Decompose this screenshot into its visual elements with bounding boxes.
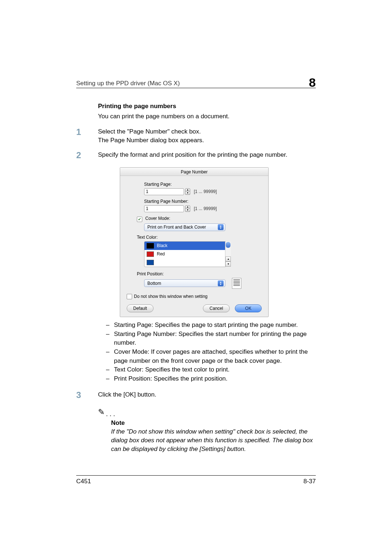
ellipsis-icon: . . . [105,410,115,418]
swatch-icon [147,251,154,257]
step-3: 3 Click the [OK] button. [76,390,316,400]
note-body: If the "Do not show this window when set… [111,427,316,453]
text-color-option-black[interactable]: Black [144,242,226,250]
field-descriptions: –Starting Page: Specifies the page to st… [106,321,316,383]
step-number: 1 [76,127,98,137]
cover-mode-value: Print on Front and Back Cover [147,225,218,230]
starting-page-input[interactable] [144,188,184,195]
footer-right: 8-37 [303,478,316,485]
scroll-up-icon[interactable]: ▴ [225,257,231,262]
option-label: Red [157,251,165,257]
do-not-show-label: Do not show this window when setting [134,294,208,299]
bullet-text: Print Position: Specifies the print posi… [114,374,316,383]
bullet-text: Text Color: Specifies the text color to … [114,365,316,374]
scroll-thumb[interactable] [226,242,230,248]
print-position-value: Bottom [147,281,218,286]
cancel-button[interactable]: Cancel [203,304,230,312]
page-number-dialog: Page Number Starting Page: ▴ ▾ [120,167,269,317]
section-intro: You can print the page numbers on a docu… [98,113,316,120]
swatch-icon [147,243,154,249]
bullet-text: Starting Page: Specifies the page to sta… [114,321,316,330]
page-header: Setting up the PPD driver (Mac OS X) 8 [76,76,316,88]
section-heading: Printing the page numbers [98,103,316,110]
text-color-list[interactable]: Black Red [144,241,226,267]
ok-button[interactable]: OK [235,304,262,312]
bullet-text: Cover Mode: If cover pages are attached,… [114,348,316,365]
stepper-down-icon[interactable]: ▾ [185,192,190,195]
print-position-select[interactable]: Bottom ▲▼ [144,279,225,287]
step-2: 2 Specify the format and print position … [76,151,316,160]
step-text: Specify the format and print position fo… [98,151,316,159]
option-label: Black [157,243,167,248]
list-scrollbar[interactable]: ▴ ▾ [225,242,231,267]
step-number: 2 [76,151,98,160]
starting-page-range: [1 ... 99999] [194,189,217,194]
cover-mode-label: Cover Mode: [145,216,170,221]
step-number: 3 [76,390,98,400]
do-not-show-checkbox[interactable] [127,294,132,299]
dialog-figure: Page Number Starting Page: ▴ ▾ [120,167,316,317]
dropdown-arrows-icon: ▲▼ [218,224,224,230]
print-position-preview-icon [232,278,241,289]
swatch-icon [147,260,154,265]
text-color-option-red[interactable]: Red [144,250,226,258]
note-icon: ✎ [98,407,105,417]
starting-page-label: Starting Page: [144,182,262,187]
starting-page-stepper[interactable]: ▴ ▾ [144,188,190,195]
starting-page-number-range: [1 ... 99999] [194,206,217,211]
default-button[interactable]: Default [127,304,154,312]
starting-page-number-input[interactable] [144,205,184,212]
step-1: 1 Select the "Page Number" check box. Th… [76,127,316,145]
cover-mode-checkbox[interactable] [137,217,142,222]
text-color-option-extra[interactable] [144,258,226,267]
step-text: Click the [OK] button. [98,390,316,399]
note-label: Note [111,419,316,427]
page-footer: C451 8-37 [76,475,316,485]
cover-mode-select[interactable]: Print on Front and Back Cover ▲▼ [144,223,225,231]
bullet-text: Starting Page Number: Specifies the star… [114,330,316,348]
stepper-down-icon[interactable]: ▾ [185,209,190,212]
starting-page-number-label: Starting Page Number: [144,199,262,204]
starting-page-number-stepper[interactable]: ▴ ▾ [144,205,190,212]
dialog-title: Page Number [120,168,268,176]
step-text: The Page Number dialog box appears. [98,136,316,145]
chapter-number: 8 [309,76,316,89]
dropdown-arrows-icon: ▲▼ [218,280,224,286]
step-text: Select the "Page Number" check box. [98,127,316,136]
header-title: Setting up the PPD driver (Mac OS X) [76,80,180,87]
footer-left: C451 [76,478,91,485]
scroll-down-icon[interactable]: ▾ [225,262,231,267]
print-position-label: Print Position: [137,271,262,276]
text-color-label: Text Color: [137,235,262,240]
